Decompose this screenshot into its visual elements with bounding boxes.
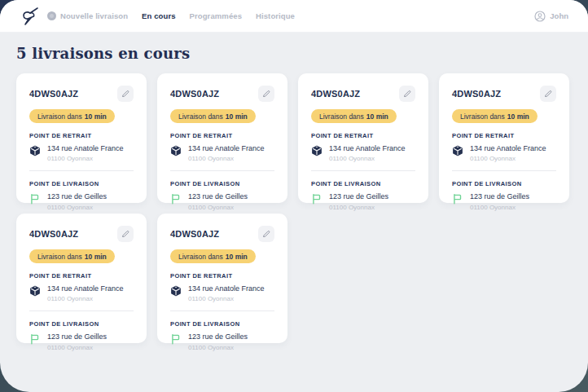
nav-label: Historique: [256, 11, 295, 20]
eta-value: 10 min: [85, 112, 107, 121]
pencil-icon: [262, 230, 270, 238]
eta-value: 10 min: [226, 112, 248, 121]
delivery-id: 4DWS0AJZ: [29, 226, 78, 239]
delivery-address-block: 123 rue de Geilles 01100 Oyonnax: [29, 192, 134, 210]
delivery-section-label: POINT DE LIVRAISON: [311, 180, 415, 187]
nav-label: Programmées: [190, 11, 242, 20]
delivery-section-label: POINT DE LIVRAISON: [170, 180, 274, 187]
eta-label: Livraison dans: [178, 253, 223, 261]
nav-item-historique[interactable]: Historique: [256, 11, 295, 20]
pencil-icon: [121, 90, 129, 98]
delivery-id: 4DWS0AJZ: [311, 86, 360, 99]
delivery-id: 4DWS0AJZ: [170, 86, 219, 99]
eta-value: 10 min: [507, 112, 529, 121]
nav-label: En cours: [142, 11, 175, 20]
edit-delivery-button[interactable]: [540, 86, 556, 102]
delivery-section-label: POINT DE LIVRAISON: [170, 320, 274, 328]
pickup-street: 134 rue Anatole France: [188, 144, 265, 153]
main-content: 5 livraisons en cours 4DWS0AJZ Livraison…: [0, 33, 588, 392]
pickup-section-label: POINT DE RETRAIT: [29, 132, 134, 139]
flag-icon: [311, 193, 323, 205]
pickup-address-block: 134 rue Anatole France 01100 Oyonnax: [29, 284, 134, 302]
delivery-city: 01100 Oyonnax: [47, 204, 107, 211]
app-window: Nouvelle livraison En cours Programmées …: [0, 0, 588, 392]
delivery-id: 4DWS0AJZ: [170, 226, 219, 239]
pencil-icon: [403, 90, 411, 98]
pickup-address-block: 134 rue Anatole France 01100 Oyonnax: [452, 144, 556, 162]
pencil-icon: [544, 90, 552, 98]
delivery-section-label: POINT DE LIVRAISON: [452, 180, 556, 187]
pickup-section-label: POINT DE RETRAIT: [170, 132, 274, 139]
eta-badge: Livraison dans 10 min: [29, 249, 115, 263]
pickup-city: 01100 Oyonnax: [188, 295, 265, 302]
delivery-address-block: 123 rue de Geilles 01100 Oyonnax: [29, 333, 134, 350]
eta-badge: Livraison dans 10 min: [452, 109, 538, 123]
pickup-city: 01100 Oyonnax: [188, 155, 265, 162]
delivery-card: 4DWS0AJZ Livraison dans 10 min POINT DE …: [439, 73, 569, 203]
pencil-icon: [262, 90, 270, 98]
eta-label: Livraison dans: [319, 112, 364, 121]
flag-icon: [452, 193, 463, 205]
user-menu[interactable]: John: [534, 11, 568, 22]
eta-label: Livraison dans: [37, 253, 82, 261]
delivery-section-label: POINT DE LIVRAISON: [29, 320, 134, 328]
pickup-city: 01100 Oyonnax: [470, 155, 546, 162]
pickup-section-label: POINT DE RETRAIT: [170, 272, 274, 280]
delivery-id: 4DWS0AJZ: [452, 86, 501, 99]
flag-icon: [170, 333, 182, 345]
eta-value: 10 min: [85, 253, 107, 261]
pencil-icon: [121, 230, 129, 238]
hummingbird-logo-icon: [20, 6, 41, 27]
package-icon: [29, 285, 41, 297]
pickup-section-label: POINT DE RETRAIT: [452, 132, 556, 139]
eta-badge: Livraison dans 10 min: [170, 249, 256, 263]
edit-delivery-button[interactable]: [399, 86, 415, 102]
delivery-city: 01100 Oyonnax: [188, 344, 248, 351]
eta-badge: Livraison dans 10 min: [170, 109, 256, 123]
pickup-street: 134 rue Anatole France: [47, 144, 124, 153]
delivery-card: 4DWS0AJZ Livraison dans 10 min POINT DE …: [298, 73, 428, 203]
pickup-street: 134 rue Anatole France: [47, 284, 124, 293]
delivery-city: 01100 Oyonnax: [470, 204, 529, 211]
eta-badge: Livraison dans 10 min: [311, 109, 397, 123]
package-icon: [29, 145, 41, 156]
edit-delivery-button[interactable]: [258, 226, 274, 242]
card-divider: [311, 170, 415, 171]
delivery-street: 123 rue de Geilles: [188, 333, 248, 341]
edit-delivery-button[interactable]: [117, 86, 134, 102]
eta-label: Livraison dans: [37, 112, 82, 121]
delivery-street: 123 rue de Geilles: [470, 192, 529, 201]
eta-badge: Livraison dans 10 min: [29, 109, 115, 123]
edit-delivery-button[interactable]: [117, 226, 134, 242]
flag-icon: [29, 333, 41, 345]
eta-label: Livraison dans: [178, 112, 223, 121]
delivery-address-block: 123 rue de Geilles 01100 Oyonnax: [452, 192, 556, 210]
card-divider: [170, 170, 274, 171]
delivery-address-block: 123 rue de Geilles 01100 Oyonnax: [170, 333, 274, 350]
delivery-id: 4DWS0AJZ: [29, 86, 78, 99]
nav-label: Nouvelle livraison: [60, 11, 128, 20]
delivery-street: 123 rue de Geilles: [47, 192, 107, 201]
new-delivery-circle-icon: [47, 11, 56, 20]
eta-value: 10 min: [226, 253, 248, 261]
pickup-street: 134 rue Anatole France: [329, 144, 406, 153]
package-icon: [311, 145, 323, 156]
pickup-section-label: POINT DE RETRAIT: [311, 132, 415, 139]
package-icon: [452, 145, 463, 156]
flag-icon: [29, 193, 41, 205]
edit-delivery-button[interactable]: [258, 86, 274, 102]
pickup-address-block: 134 rue Anatole France 01100 Oyonnax: [29, 144, 134, 162]
delivery-city: 01100 Oyonnax: [188, 204, 248, 211]
nav-item-en-cours[interactable]: En cours: [142, 11, 175, 20]
nav-item-programmees[interactable]: Programmées: [190, 11, 242, 20]
eta-label: Livraison dans: [460, 112, 505, 121]
delivery-card-grid: 4DWS0AJZ Livraison dans 10 min POINT DE …: [16, 73, 572, 343]
card-divider: [452, 170, 556, 171]
eta-value: 10 min: [366, 112, 388, 121]
package-icon: [170, 145, 182, 156]
nav-item-nouvelle-livraison[interactable]: Nouvelle livraison: [47, 11, 128, 20]
pickup-city: 01100 Oyonnax: [329, 155, 406, 162]
main-nav: Nouvelle livraison En cours Programmées …: [47, 11, 295, 20]
delivery-city: 01100 Oyonnax: [47, 344, 107, 351]
delivery-card: 4DWS0AJZ Livraison dans 10 min POINT DE …: [157, 73, 287, 203]
